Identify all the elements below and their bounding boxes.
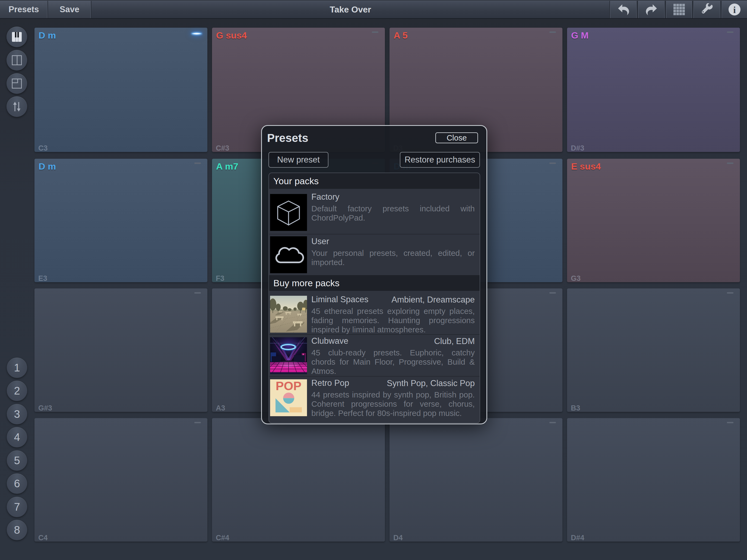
- svg-text:i: i: [733, 5, 736, 15]
- svg-text:POP: POP: [276, 379, 301, 393]
